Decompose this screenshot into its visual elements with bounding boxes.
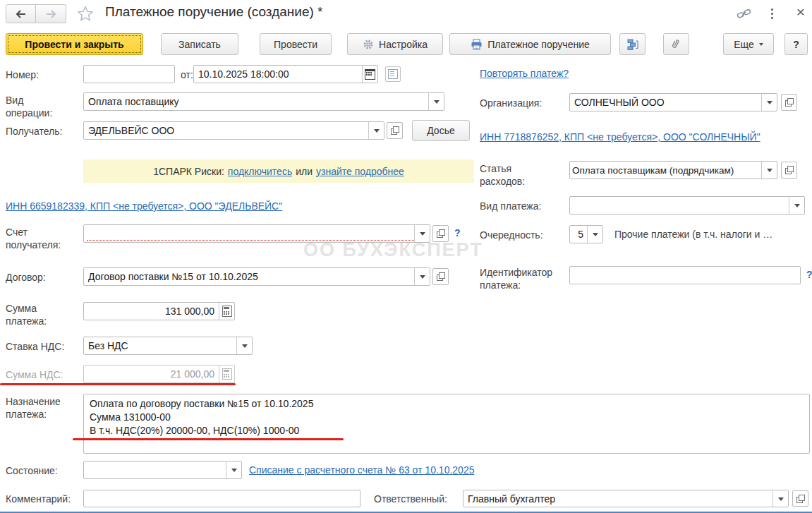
vat-amount-input [84,366,219,382]
payee-field [83,121,384,140]
dropdown-icon[interactable] [428,93,444,110]
repeat-payment-link[interactable]: Повторять платеж? [480,68,569,79]
payee-label: Получатель: [6,125,62,138]
calendar-icon[interactable] [362,66,377,83]
organization-inn-link[interactable]: ИНН 7718876252, КПП <не требуется>, ООО … [480,131,761,143]
open-icon [785,98,794,107]
purpose-textarea[interactable]: Оплата по договору поставки №15 от 10.10… [83,394,810,454]
payment-id-input[interactable] [570,267,800,284]
dropdown-icon[interactable] [236,337,252,354]
favorite-star-icon[interactable] [76,4,95,23]
expense-item-input[interactable] [570,162,761,179]
dropdown-icon[interactable] [368,122,384,139]
payment-id-field [569,266,801,284]
date-input[interactable] [194,66,362,83]
dropdown-icon[interactable] [772,490,788,507]
menu-dots-icon[interactable] [766,6,777,20]
organization-open-button[interactable] [781,94,797,111]
payee-account-field [83,224,430,243]
responsible-open-button[interactable] [792,490,808,507]
dropdown-icon[interactable] [414,268,430,285]
date-field [193,65,378,83]
post-button[interactable]: Провести [260,33,332,55]
list-choice-button[interactable] [385,66,401,82]
priority-input[interactable] [570,226,587,243]
payment-id-help-icon[interactable]: ? [806,269,812,280]
spark-connect-link[interactable]: подключитесь [228,166,292,177]
payment-kind-field [569,196,805,215]
create-based-on-button[interactable] [619,33,646,55]
history-nav [6,4,66,23]
expense-item-label: Статья расходов: [480,162,536,188]
comment-label: Комментарий: [6,493,71,505]
organization-input[interactable] [570,94,761,111]
dropdown-icon[interactable] [414,225,430,242]
responsible-field [463,490,789,507]
number-input[interactable] [84,66,174,83]
vat-amount-annotation-underline [0,383,236,385]
state-input[interactable] [84,461,226,478]
state-label: Состояние: [6,464,58,477]
post-and-close-button[interactable]: Провести и закрыть [6,33,143,55]
contract-open-button[interactable] [432,268,449,285]
back-button[interactable] [6,4,36,23]
save-button[interactable]: Записать [161,33,238,55]
spark-banner: 1СПАРК Риски: подключитесь или узнайте п… [83,159,474,183]
comment-input[interactable] [84,490,360,507]
gear-icon [363,39,374,50]
attach-button[interactable] [663,33,689,55]
spark-more-link[interactable]: узнайте подробнее [316,166,404,177]
payee-account-label: Счет получателя: [6,226,73,251]
expense-item-open-button[interactable] [781,162,797,179]
permalink-icon[interactable] [735,6,752,20]
dropdown-icon[interactable] [761,94,777,111]
contract-field [83,267,430,286]
print-button-label: Платежное поручение [487,39,590,50]
date-label: от: [181,68,193,81]
forward-button[interactable] [36,4,66,23]
debit-document-link[interactable]: Списание с расчетного счета № 63 от 10.1… [249,464,474,476]
amount-input[interactable] [84,303,219,320]
comment-field [83,490,360,507]
open-icon [391,126,399,135]
calculator-icon[interactable] [219,303,234,320]
vat-amount-field [83,365,235,383]
open-icon [796,495,805,503]
dropdown-icon[interactable] [226,461,241,478]
dropdown-icon[interactable] [761,162,777,179]
payee-account-open-button[interactable] [432,225,449,242]
dropdown-icon[interactable] [587,226,602,243]
amount-label: Сумма платежа: [6,302,55,327]
help-button[interactable]: ? [784,33,808,55]
open-icon [437,229,445,238]
open-icon [785,166,794,174]
dossier-button[interactable]: Досье [412,120,470,141]
page-title: Платежное поручение (создание) * [105,4,323,20]
expense-item-field [569,161,777,179]
number-field [83,65,175,83]
payee-account-help-icon[interactable]: ? [454,227,461,239]
close-icon[interactable]: × [793,3,808,21]
list-icon [388,69,398,79]
open-icon [437,272,445,281]
chevron-down-icon [759,43,763,48]
dropdown-icon[interactable] [789,197,804,214]
print-payment-order-button[interactable]: Платежное поручение [449,33,611,55]
number-label: Номер: [6,68,39,81]
purpose-annotation-underline [73,438,344,440]
payee-open-button[interactable] [387,122,403,139]
payment-kind-input[interactable] [570,197,789,214]
responsible-input[interactable] [463,490,772,507]
state-field [83,461,242,479]
amount-field [83,302,235,320]
arrow-left-icon [16,10,27,18]
operation-type-input[interactable] [84,93,428,110]
contract-input[interactable] [84,268,414,285]
paperclip-icon [669,37,683,52]
priority-label: Очередность: [480,229,543,241]
settings-button[interactable]: Настройка [347,33,443,55]
payee-inn-link[interactable]: ИНН 6659182339, КПП <не требуется>, ООО … [6,200,282,212]
vat-rate-input[interactable] [84,337,236,354]
more-button[interactable]: Еще [723,33,774,55]
payee-input[interactable] [84,122,368,139]
